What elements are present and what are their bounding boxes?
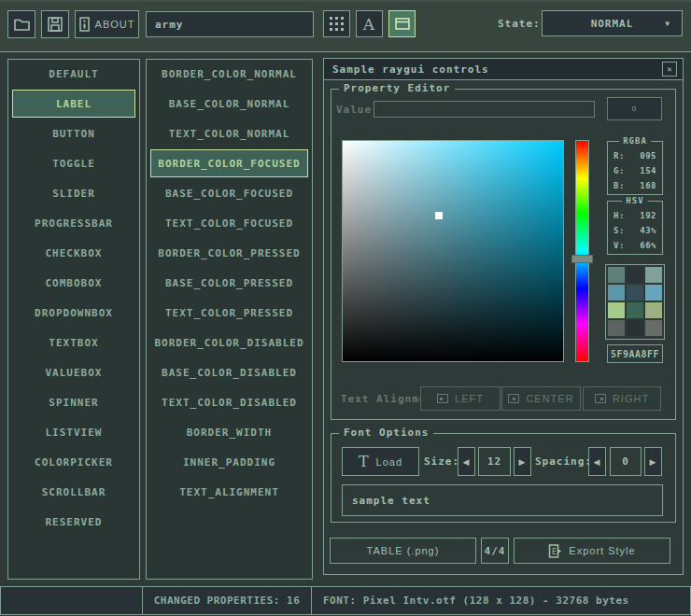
list-item-base_color_normal[interactable]: BASE_COLOR_NORMAL (150, 90, 308, 118)
font-load-button[interactable]: T Load (342, 447, 419, 476)
close-button[interactable]: ✕ (662, 62, 677, 77)
spacing-decrement-button[interactable]: ◀ (588, 447, 606, 476)
align-left-button[interactable]: LEFT (420, 386, 501, 411)
spacing-increment-button[interactable]: ▶ (644, 447, 662, 476)
color-swatch[interactable] (645, 285, 662, 301)
sample-window-title: Sample raygui controls (332, 63, 489, 76)
list-item-listview[interactable]: LISTVIEW (12, 418, 135, 446)
s-label: S: (613, 226, 625, 235)
color-swatch[interactable] (645, 302, 662, 318)
export-table-format-button[interactable]: TABLE (.png) (330, 538, 476, 564)
size-label: Size: (424, 447, 459, 476)
list-item-dropdownbox[interactable]: DROPDOWNBOX (12, 299, 135, 327)
window-icon (395, 18, 410, 30)
color-swatch[interactable] (627, 267, 643, 283)
color-swatch[interactable] (645, 320, 662, 336)
hue-slider-handle[interactable] (571, 255, 593, 263)
list-item-colorpicker[interactable]: COLORPICKER (12, 448, 135, 476)
edit-mode-grid-button[interactable] (323, 10, 350, 37)
align-left-label: LEFT (455, 393, 484, 404)
size-valuebox[interactable]: 12 (478, 447, 511, 476)
hex-value: 5F9AA8FF (611, 349, 659, 359)
spacing-valuebox[interactable]: 0 (610, 447, 642, 476)
list-item-base_color_focused[interactable]: BASE_COLOR_FOCUSED (150, 179, 308, 207)
color-swatch[interactable] (627, 320, 643, 336)
style-name-input[interactable] (146, 11, 314, 37)
list-item-base_color_pressed[interactable]: BASE_COLOR_PRESSED (150, 269, 308, 297)
changed-properties-text: CHANGED PROPERTIES: 16 (154, 595, 301, 607)
save-style-button[interactable] (41, 10, 69, 38)
list-item-combobox[interactable]: COMBOBOX (12, 269, 135, 297)
font-options-group-title: Font Options (339, 427, 433, 439)
list-item-textbox[interactable]: TEXTBOX (12, 329, 135, 357)
color-picker-sv-square[interactable] (342, 140, 564, 362)
hex-value-box[interactable]: 5F9AA8FF (607, 344, 663, 363)
color-swatch[interactable] (645, 267, 662, 283)
align-right-button[interactable]: RIGHT (583, 386, 661, 411)
font-info-text: FONT: Pixel Intv.otf (128 x 128) - 32768… (323, 595, 629, 607)
export-pages-value: 4/4 (485, 545, 506, 557)
list-item-reserved[interactable]: RESERVED (12, 508, 135, 536)
list-item-slider[interactable]: SLIDER (12, 179, 135, 207)
align-right-label: RIGHT (613, 393, 649, 404)
color-swatch[interactable] (608, 302, 625, 318)
list-item-progressbar[interactable]: PROGRESSBAR (12, 209, 135, 237)
value-label: Value: (336, 101, 379, 118)
align-center-button[interactable]: CENTER (501, 386, 581, 411)
list-item-text_color_pressed[interactable]: TEXT_COLOR_PRESSED (150, 299, 308, 327)
list-item-text_alignment[interactable]: TEXT_ALIGNMENT (150, 478, 308, 506)
list-item-toggle[interactable]: TOGGLE (12, 149, 135, 177)
list-item-default[interactable]: DEFAULT (12, 60, 135, 88)
rgba-row-b: B: 168 (608, 178, 662, 193)
export-style-label: Export Style (569, 545, 635, 556)
list-item-base_color_disabled[interactable]: BASE_COLOR_DISABLED (150, 358, 308, 386)
value-button[interactable]: 0 (607, 97, 662, 120)
hsv-row-s: S: 43% (608, 223, 662, 238)
list-item-border_color_disabled[interactable]: BORDER_COLOR_DISABLED (150, 329, 308, 357)
list-item-border_width[interactable]: BORDER_WIDTH (150, 418, 308, 446)
list-item-border_color_pressed[interactable]: BORDER_COLOR_PRESSED (150, 239, 308, 267)
list-item-label[interactable]: LABEL (12, 90, 135, 118)
controls-list: DEFAULTLABELBUTTONTOGGLESLIDERPROGRESSBA… (7, 59, 140, 580)
value-input[interactable] (374, 101, 595, 118)
about-button[interactable]: ABOUT (75, 10, 139, 38)
color-swatch[interactable] (608, 320, 625, 336)
spacing-value: 0 (622, 455, 629, 468)
edit-mode-window-button[interactable] (388, 10, 416, 37)
state-dropdown[interactable]: NORMAL ▼ (542, 10, 683, 36)
list-item-border_color_focused[interactable]: BORDER_COLOR_FOCUSED (150, 149, 308, 177)
color-swatch[interactable] (627, 302, 643, 318)
b-value: 168 (640, 181, 656, 190)
export-pages-valuebox[interactable]: 4/4 (481, 538, 509, 564)
color-picker-cursor[interactable] (435, 212, 443, 219)
size-increment-button[interactable]: ▶ (514, 447, 531, 476)
list-item-border_color_normal[interactable]: BORDER_COLOR_NORMAL (150, 60, 308, 88)
size-decrement-button[interactable]: ◀ (458, 447, 475, 476)
info-icon (79, 17, 90, 32)
list-item-spinner[interactable]: SPINNER (12, 388, 135, 416)
hsv-group: HSV H: 192 S: 43% V: 66% (607, 201, 663, 255)
close-icon: ✕ (667, 64, 671, 74)
list-item-inner_padding[interactable]: INNER_PADDING (150, 448, 308, 476)
value-button-label: 0 (632, 105, 637, 113)
sample-text-box[interactable]: sample text (342, 484, 663, 516)
list-item-text_color_normal[interactable]: TEXT_COLOR_NORMAL (150, 119, 308, 147)
sample-window-titlebar[interactable]: Sample raygui controls (323, 58, 684, 80)
rgba-row-g: G: 154 (608, 163, 662, 178)
spacing-label: Spacing: (535, 447, 592, 476)
hue-slider[interactable] (575, 140, 589, 362)
s-value: 43% (640, 226, 656, 235)
edit-mode-font-button[interactable]: A (356, 10, 383, 37)
list-item-scrollbar[interactable]: SCROLLBAR (12, 478, 135, 506)
size-value: 12 (487, 455, 501, 468)
color-swatch[interactable] (627, 285, 643, 301)
open-style-button[interactable] (7, 10, 35, 38)
export-style-button[interactable]: E Export Style (514, 538, 670, 564)
list-item-checkbox[interactable]: CHECKBOX (12, 239, 135, 267)
list-item-valuebox[interactable]: VALUEBOX (12, 358, 135, 386)
color-swatch[interactable] (608, 285, 625, 301)
list-item-text_color_focused[interactable]: TEXT_COLOR_FOCUSED (150, 209, 308, 237)
list-item-text_color_disabled[interactable]: TEXT_COLOR_DISABLED (150, 388, 308, 416)
color-swatch[interactable] (608, 267, 625, 283)
list-item-button[interactable]: BUTTON (12, 119, 135, 147)
